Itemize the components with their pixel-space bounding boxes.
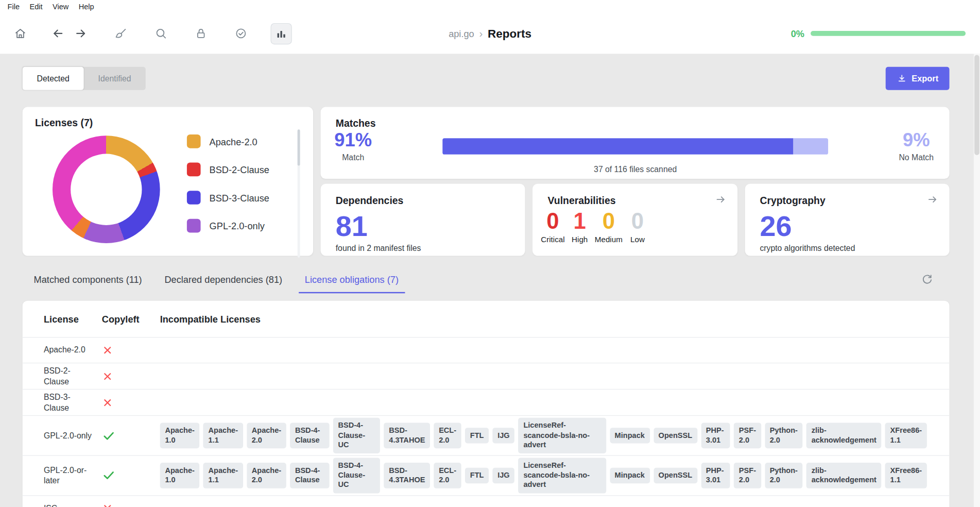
legend-label: Apache-2.0 [210,136,257,147]
license-chip: FTL [465,467,489,483]
incompatible-licenses-cell: Apache-1.0Apache-1.1Apache-2.0BSD-4-Clau… [160,418,927,453]
vuln-count: 0 [546,210,559,233]
export-button[interactable]: Export [886,67,950,90]
table-row: GPL-2.0-or-laterApache-1.0Apache-1.1Apac… [23,455,950,495]
license-chip: PHP-3.01 [701,422,730,448]
licenses-legend: Apache-2.0BSD-2-ClauseBSD-3-ClauseGPL-2.… [187,134,269,233]
tab-matched-components-11[interactable]: Matched components (11) [27,268,148,294]
license-chip: Apache-1.0 [160,463,200,488]
vulnerability-stats: 0Critical1High0Medium0Low [541,210,722,244]
scan-progress-bar [811,31,966,36]
match-stat: 91% Match [330,129,377,162]
col-header-license: License [44,314,102,325]
license-chip: OpenSSL [654,467,697,483]
license-chip: ECL-2.0 [434,422,461,448]
license-chip: Minpack [610,428,650,444]
licenses-title: Licenses (7) [35,117,301,129]
license-chip: BSD-4-Clause-UC [333,418,381,453]
right-cards: Matches 91% Match 37 of 116 files scanne… [321,107,950,256]
match-progress-fill [442,138,793,155]
app-window: FileEditViewHelp api.go › Reports [0,0,980,507]
license-chip: Apache-2.0 [247,422,286,448]
toolbar: api.go › Reports 0% [0,13,980,54]
reports-chart-icon[interactable] [271,23,292,44]
license-chip: zlib-acknowledgement [806,422,882,448]
tabs: Matched components (11)Declared dependen… [23,268,405,294]
window-scrollbar-thumb[interactable] [974,55,979,155]
chevron-right-icon: › [479,28,483,39]
dependencies-title: Dependencies [336,195,510,207]
no-match-percent: 9% [883,129,950,151]
export-label: Export [912,74,938,83]
menu-help[interactable]: Help [74,1,99,12]
licenses-donut-chart[interactable] [53,136,160,243]
copyleft-cross-icon [102,345,160,356]
copyleft-cross-icon [102,502,160,507]
legend-item-bsd-3-clause: BSD-3-Clause [187,191,269,205]
lock-icon[interactable] [193,26,208,41]
arrow-right-icon[interactable] [715,194,726,208]
download-icon [897,74,906,83]
vuln-stat-high: 1High [570,210,589,244]
cryptography-count: 26 [760,211,934,240]
license-name: Apache-2.0 [44,345,94,356]
tab-license-obligations-7[interactable]: License obligations (7) [299,268,405,294]
cryptography-card: Cryptography 26 crypto algorithms detect… [745,184,949,256]
window-scrollbar[interactable] [974,54,980,507]
license-chip: Minpack [610,467,650,483]
breadcrumb-parent[interactable]: api.go [449,28,474,39]
back-icon[interactable] [50,26,65,41]
menu-view[interactable]: View [47,1,74,12]
check-circle-icon[interactable] [233,26,248,41]
legend-item-apache-2-0: Apache-2.0 [187,134,269,148]
matches-card: Matches 91% Match 37 of 116 files scanne… [321,107,950,179]
forward-icon[interactable] [73,26,88,41]
copyleft-check-icon [102,429,160,443]
vuln-label: Medium [595,235,623,244]
license-chip: PHP-3.01 [701,463,730,488]
license-chip: IJG [493,428,515,444]
licenses-card: Licenses (7) Apache-2.0BSD-2-ClauseBSD-3… [23,107,313,256]
license-chip: LicenseRef-scancode-bsla-no-advert [519,418,606,453]
identified-tab[interactable]: Identified [84,67,146,90]
summary-cards: Licenses (7) Apache-2.0BSD-2-ClauseBSD-3… [23,107,950,256]
breadcrumb: api.go › Reports [449,27,531,41]
tab-declared-dependencies-81[interactable]: Declared dependencies (81) [158,268,288,294]
brush-icon[interactable] [113,26,128,41]
legend-label: GPL-2.0-only [210,221,265,231]
match-percent: 91% [330,129,377,151]
home-icon[interactable] [12,26,27,41]
menu-file[interactable]: File [3,1,25,12]
obligations-table-body: Apache-2.0BSD-2-ClauseBSD-3-ClauseGPL-2.… [23,337,950,507]
scan-progress-label: 0% [791,28,804,39]
refresh-icon[interactable] [921,274,933,294]
legend-scrollbar-thumb[interactable] [298,129,300,165]
search-icon[interactable] [153,26,168,41]
license-chip: Apache-1.1 [203,463,243,488]
arrow-right-icon[interactable] [927,194,938,208]
tabs-row: Matched components (11)Declared dependen… [23,269,950,293]
license-chip: BSD-4-Clause [290,422,329,448]
vuln-label: High [572,235,588,244]
menu-edit[interactable]: Edit [25,1,48,12]
license-chip: BSD-4-Clause-UC [333,458,381,493]
license-chip: PSF-2.0 [734,422,761,448]
copyleft-check-icon [102,468,160,482]
no-match-stat: 9% No Match [883,129,950,162]
legend-swatch [187,163,201,177]
detected-tab[interactable]: Detected [23,67,84,90]
license-chip: XFree86-1.1 [885,422,927,448]
cryptography-subtitle: crypto algorithms detected [760,243,934,252]
license-chip: IJG [493,467,515,483]
license-chip: XFree86-1.1 [885,463,927,488]
license-chip: LicenseRef-scancode-bsla-no-advert [519,458,606,493]
topbar-row: Detected Identified Export [23,67,950,90]
col-header-copyleft: Copyleft [102,314,160,325]
license-chip: BSD-4.3TAHOE [384,422,431,448]
col-header-incompatible: Incompatible Licenses [160,314,927,325]
license-chip: BSD-4-Clause [290,463,329,488]
legend-scrollbar[interactable] [298,129,300,258]
legend-item-bsd-2-clause: BSD-2-Clause [187,163,269,177]
obligations-table: License Copyleft Incompatible Licenses A… [23,301,950,507]
vuln-label: Critical [541,235,564,244]
